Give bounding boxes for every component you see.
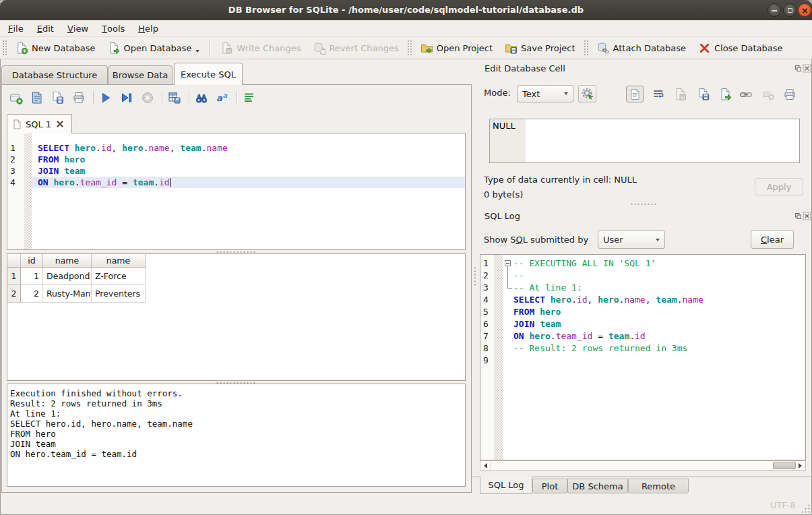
sql-toolbar-button[interactable]	[193, 90, 210, 106]
log-line[interactable]: 5FROM hero	[480, 306, 805, 318]
results-column-header[interactable]: name	[92, 254, 146, 268]
editor-line[interactable]: 1SELECT hero.id, hero.name, team.name	[7, 142, 465, 154]
log-line[interactable]: 3-- At line 1:	[480, 282, 805, 294]
apply-button[interactable]: Apply	[755, 178, 803, 195]
sql-log-view[interactable]: 1-- EXECUTING ALL IN 'SQL 1'2--3-- At li…	[480, 254, 806, 460]
toolbar-button-write-changes[interactable]: Write Changes	[214, 38, 307, 57]
sql-toolbar-button[interactable]	[166, 90, 183, 106]
tab-database-structure[interactable]: Database Structure	[1, 65, 108, 85]
scrollbar-thumb[interactable]	[773, 462, 796, 469]
row-header[interactable]: 1	[7, 268, 21, 285]
splitter-handle[interactable]	[216, 251, 256, 253]
log-line[interactable]: 2--	[480, 270, 805, 282]
sql-toolbar-button[interactable]	[71, 90, 87, 106]
revert-changes-icon	[313, 42, 325, 55]
dock-close-button[interactable]	[803, 212, 811, 220]
auto-apply-button[interactable]	[578, 85, 596, 102]
row-header[interactable]: 2	[7, 285, 21, 303]
toolbar-button-attach-database[interactable]: Attach Database	[591, 38, 692, 57]
log-line-number: 6	[480, 318, 494, 330]
close-tab-icon[interactable]	[56, 120, 64, 128]
table-cell[interactable]: Deadpond	[43, 268, 92, 285]
sql-editor-tab[interactable]: SQL 1	[7, 114, 72, 133]
sql-toolbar-button[interactable]	[29, 90, 45, 106]
table-cell[interactable]: Z-Force	[92, 268, 146, 285]
dock-tab-remote[interactable]: Remote	[628, 479, 689, 493]
maximize-button[interactable]	[783, 3, 797, 17]
sql-toolbar-button[interactable]	[241, 90, 257, 106]
close-button[interactable]	[798, 3, 811, 17]
tab-browse-data[interactable]: Browse Data	[108, 65, 173, 85]
dock-close-button[interactable]	[803, 64, 811, 73]
cell-toolbar-button[interactable]	[781, 86, 799, 102]
cell-toolbar-button[interactable]	[650, 86, 667, 102]
table-cell[interactable]: 2	[21, 285, 43, 303]
mode-combobox[interactable]: Text	[517, 85, 573, 102]
toolbar-button-close-database[interactable]: Close Database	[692, 38, 789, 57]
cell-toolbar-button[interactable]	[672, 86, 689, 102]
log-line[interactable]: 1-- EXECUTING ALL IN 'SQL 1'	[480, 258, 805, 270]
scroll-right-arrow[interactable]	[794, 461, 805, 470]
fold-guide-line	[507, 266, 508, 288]
editor-line[interactable]: 3JOIN team	[7, 165, 465, 177]
scroll-left-arrow[interactable]	[480, 461, 491, 470]
results-column-header[interactable]: name	[43, 254, 92, 268]
menu-edit[interactable]: Edit	[30, 20, 61, 36]
titlebar[interactable]: DB Browser for SQLite - /home/user/code/…	[0, 0, 812, 20]
sql-toolbar-button[interactable]	[119, 90, 135, 106]
menu-file[interactable]: File	[1, 20, 30, 36]
dock-tab-sql-log[interactable]: SQL Log	[480, 477, 532, 494]
log-line[interactable]: 8-- Result: 2 rows returned in 3ms	[480, 342, 805, 355]
log-line[interactable]: 9	[480, 355, 805, 367]
results-column-header[interactable]: id	[21, 254, 43, 268]
dropdown-caret-icon[interactable]	[195, 50, 199, 53]
sql-toolbar-button[interactable]	[139, 90, 156, 106]
toolbar-drag-handle[interactable]	[584, 40, 589, 56]
toolbar-drag-handle[interactable]	[2, 40, 7, 56]
sql-editor[interactable]: 1SELECT hero.id, hero.name, team.name2FR…	[7, 133, 466, 250]
dock-float-button[interactable]	[794, 64, 803, 73]
toolbar-button-revert-changes[interactable]: Revert Changes	[307, 38, 404, 57]
dock-float-button[interactable]	[794, 212, 803, 220]
toolbar-drag-handle[interactable]	[407, 40, 412, 56]
mode-label: Mode:	[484, 88, 511, 98]
log-line[interactable]: 7ON hero.team_id = team.id	[480, 330, 805, 342]
sql-toolbar-button[interactable]	[98, 90, 114, 106]
clear-button[interactable]: Clear	[751, 230, 794, 249]
dock-tab-label: Plot	[542, 481, 559, 491]
toolbar-button-save-project[interactable]: Save Project	[499, 38, 582, 57]
cell-toolbar-button[interactable]	[626, 86, 644, 102]
menu-help[interactable]: Help	[131, 20, 165, 36]
cell-toolbar-button[interactable]	[695, 86, 712, 102]
cell-toolbar-button[interactable]	[759, 86, 777, 102]
table-cell[interactable]: Rusty-Man	[43, 285, 92, 303]
results-corner-header[interactable]	[7, 254, 21, 268]
toolbar-button-new-database[interactable]: New Database	[9, 38, 102, 57]
horizontal-scrollbar[interactable]	[480, 460, 806, 471]
menu-view[interactable]: View	[61, 20, 95, 36]
sql-log-filter-combobox[interactable]: User	[598, 231, 665, 249]
cell-value-editor[interactable]: NULL	[489, 119, 800, 163]
toolbar-button-open-project[interactable]: Open Project	[414, 38, 499, 57]
sql-toolbar-button[interactable]	[8, 90, 24, 106]
minimize-button[interactable]	[768, 3, 781, 17]
table-cell[interactable]: Preventers	[92, 285, 146, 303]
editor-line[interactable]: 2FROM hero	[7, 154, 465, 165]
cell-toolbar-button[interactable]	[717, 86, 735, 102]
sql-toolbar-button[interactable]: aa	[214, 90, 230, 106]
dock-tab-plot[interactable]: Plot	[532, 479, 567, 493]
log-line[interactable]: 4SELECT hero.id, hero.name, team.name	[480, 294, 805, 306]
fold-marker-icon[interactable]	[505, 260, 511, 266]
sql-toolbar-button[interactable]	[50, 90, 66, 106]
toolbar-button-open-database[interactable]: Open Database	[102, 38, 206, 57]
editor-line[interactable]: 4ON hero.team_id = team.id	[7, 177, 465, 188]
log-line[interactable]: 6JOIN team	[480, 318, 805, 330]
tab-execute-sql[interactable]: Execute SQL	[174, 63, 243, 85]
dock-tab-db-schema[interactable]: DB Schema	[567, 479, 628, 493]
resize-grip-icon[interactable]	[801, 504, 810, 513]
cell-toolbar-button[interactable]	[737, 86, 755, 102]
panel-splitter-handle[interactable]	[474, 266, 476, 286]
table-cell[interactable]: 1	[21, 268, 43, 285]
dock-splitter-handle[interactable]	[630, 203, 657, 206]
menu-tools[interactable]: Tools	[95, 20, 131, 36]
